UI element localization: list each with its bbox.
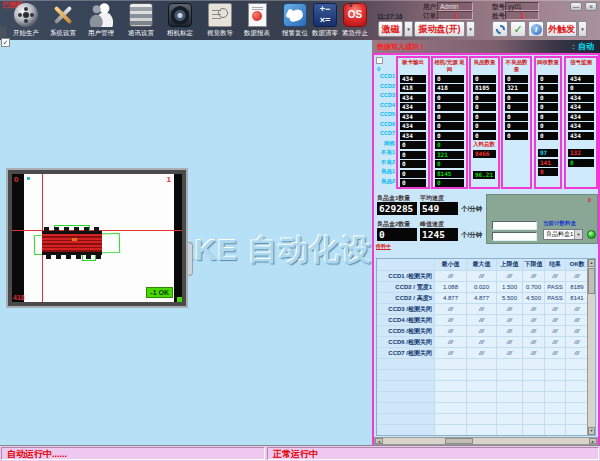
table-row-label: CCD2 / 高度5 — [377, 293, 435, 303]
scroll-right-icon[interactable]: ► — [589, 438, 597, 444]
table-row[interactable] — [377, 370, 589, 381]
tray-select[interactable]: 良品料盒1 ▼ — [543, 229, 583, 240]
table-row[interactable]: CCD2 / 宽度11.0880.0201.5000.700PASS8189 — [377, 282, 589, 293]
table-cell — [435, 414, 467, 424]
clock: 11:27:16 — [377, 13, 403, 20]
stats-value: 0 — [435, 94, 464, 102]
stats-value: 434 — [568, 132, 594, 140]
hand-icon — [283, 3, 307, 27]
horizontal-scroll-thumb[interactable] — [445, 438, 473, 444]
scroll-left-icon[interactable]: ◄ — [375, 438, 383, 444]
table-cell — [467, 403, 497, 413]
order-field[interactable]: 1 — [437, 11, 473, 20]
tray-input-2[interactable] — [492, 232, 537, 241]
stats-column-6: 信号监测43404344344344344341320 — [564, 56, 598, 189]
camera-view[interactable]: 0 1 418 -1 OK — [8, 170, 186, 306]
stats-value: 0 — [473, 103, 496, 111]
table-cell: /// — [467, 326, 497, 336]
vertical-scrollbar[interactable]: ▲ ▼ — [587, 259, 595, 435]
table-row[interactable] — [377, 392, 589, 403]
table-row[interactable]: CCD6 /检测关闭////////////////// — [377, 337, 589, 348]
vibrator-dropdown[interactable]: ▾ — [466, 21, 475, 37]
table-cell: /// — [435, 315, 467, 325]
horizontal-scrollbar[interactable]: ◄ ► — [374, 437, 598, 445]
stats-row-label: CCD5 — [374, 110, 395, 120]
table-row[interactable] — [377, 414, 589, 425]
confirm-button[interactable]: ✓ — [510, 21, 526, 37]
table-cell: /// — [523, 271, 545, 281]
tray-panel: 0 当前计数料盒 良品料盒1 ▼ — [486, 194, 598, 244]
stats-value: 0 — [400, 151, 426, 159]
table-cell — [497, 425, 523, 435]
toolbar-button-camera-calibration[interactable]: 相机标定 — [162, 1, 198, 39]
toolbar-button-comm-settings[interactable]: 通讯设置 — [123, 1, 159, 39]
status-led — [587, 230, 596, 239]
stats-value: 434 — [568, 113, 594, 121]
table-row[interactable] — [377, 425, 589, 436]
table-cell: 4.877 — [467, 293, 497, 303]
stats-value: 434 — [568, 103, 594, 111]
table-cell — [545, 414, 566, 424]
table-cell — [545, 403, 566, 413]
toolbar-button-start-production[interactable]: 开始生产 — [8, 1, 44, 39]
scroll-up-icon[interactable]: ▲ — [588, 259, 595, 267]
table-cell: 1.500 — [497, 282, 523, 292]
table-row[interactable]: CCD3 /检测关闭////////////////// — [377, 304, 589, 315]
close-button[interactable]: × — [585, 2, 597, 11]
table-row[interactable]: CCD4 /检测关闭////////////////// — [377, 315, 589, 326]
toolbar-button-vision-teaching[interactable]: 视觉教导 — [202, 1, 238, 39]
edge-handle — [0, 27, 6, 37]
table-cell: /// — [566, 326, 589, 336]
stats-value: 0 — [400, 141, 426, 149]
table-row[interactable]: CCD1 /检测关闭////////////////// — [377, 271, 589, 282]
stats-value: 8145 — [435, 170, 464, 178]
vertical-scroll-thumb[interactable] — [588, 268, 595, 294]
status-right: 正常运行中 — [267, 447, 599, 460]
toolbar-button-data-report[interactable]: 数据报表 — [239, 1, 275, 39]
table-cell: 4.500 — [523, 293, 545, 303]
stats-value: 0 — [435, 160, 464, 168]
table-cell: /// — [497, 348, 523, 358]
stats-checkbox[interactable] — [376, 57, 383, 64]
minimize-button[interactable]: — — [570, 2, 582, 11]
camera-icon — [168, 3, 192, 27]
excite-dropdown[interactable]: ▾ — [404, 21, 413, 37]
table-row[interactable]: CCD2 / 高度54.8774.8775.5004.500PASS8141 — [377, 293, 589, 304]
excite-button[interactable]: 激磁 — [378, 21, 403, 37]
table-row[interactable]: CCD7 /检测关闭////////////////// — [377, 348, 589, 359]
table-cell: /// — [467, 348, 497, 358]
table-cell — [523, 414, 545, 424]
table-row[interactable]: CCD5 /检测关闭////////////////// — [377, 326, 589, 337]
external-trigger-button[interactable]: 外触发 — [546, 21, 577, 37]
settings-gear-button[interactable] — [492, 21, 508, 37]
model-field[interactable]: yy01 — [505, 2, 539, 11]
toolbar-button-system-settings[interactable]: 系统设置 — [45, 1, 81, 39]
table-cell: /// — [545, 304, 566, 314]
table-cell: /// — [523, 348, 545, 358]
message-row: 数据写入成功！ : 自动 — [372, 40, 600, 53]
scroll-down-icon[interactable]: ▼ — [588, 427, 595, 435]
table-row[interactable] — [377, 403, 589, 414]
stats-column-5: 回收数量0000000971410 — [534, 56, 562, 189]
tray-input-1[interactable] — [492, 221, 537, 230]
panel-collapse-tab[interactable] — [185, 242, 193, 276]
stats-value: 434 — [400, 103, 426, 111]
table-cell — [467, 381, 497, 391]
table-cell — [545, 359, 566, 369]
toolbar: 已授权 开始生产系统设置用户管理通讯设置相机标定视觉教导数据报表报警复位+− ×… — [0, 0, 600, 40]
table-cell: 5.500 — [497, 293, 523, 303]
trigger-dropdown[interactable]: ▾ — [578, 21, 587, 37]
stats-value: 434 — [568, 75, 594, 83]
table-row[interactable] — [377, 381, 589, 392]
user-field[interactable]: Admin — [437, 2, 473, 11]
batch-field[interactable]: 1 — [505, 11, 539, 20]
info-button[interactable]: i — [528, 21, 544, 37]
table-row-label — [377, 403, 435, 413]
vibrator-button[interactable]: 振动盘(开) — [414, 21, 465, 37]
table-cell — [497, 381, 523, 391]
edge-checkbox[interactable]: ✓ — [1, 38, 10, 47]
chevron-down-icon[interactable]: ▼ — [574, 230, 582, 239]
toolbar-button-label: 相机标定 — [163, 28, 196, 37]
toolbar-button-user-management[interactable]: 用户管理 — [83, 1, 119, 39]
table-row[interactable] — [377, 359, 589, 370]
